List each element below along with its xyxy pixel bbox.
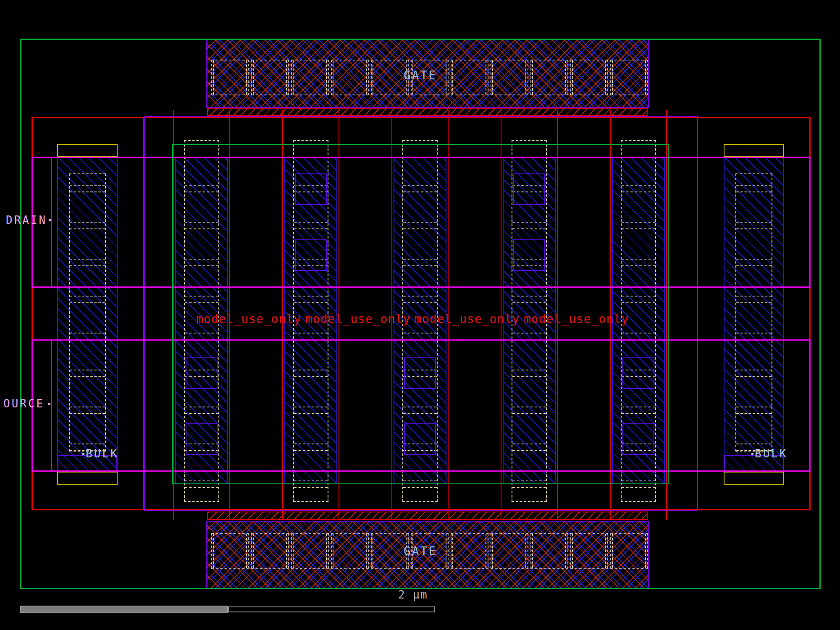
source-label: OURCE [3,398,45,409]
gate-label-top: GATE [404,70,437,81]
watermark-text: model_use_only [415,313,520,325]
watermark-text: model_use_only [305,313,410,325]
drain-label: DRAIN [6,215,47,226]
scale-bar-label: 2 µm [398,589,428,600]
bulk-label-right: BULK [755,448,788,459]
watermark-text: model_use_only [524,313,629,325]
scale-bar-filled-segment [20,606,228,613]
scale-bar-outline-segment [228,606,435,612]
gate-label-bottom: GATE [404,546,437,557]
label-anchor-dot [82,453,84,455]
label-anchor-dot [48,403,50,405]
label-anchor-dot [49,219,51,221]
watermark-text: model_use_only [196,313,301,325]
layout-canvas[interactable]: GATE GATE DRAIN OURCE BULK BULK 2 µm mod… [0,0,840,630]
label-anchor-dot [751,453,753,455]
bulk-label-left: BULK [86,448,119,459]
